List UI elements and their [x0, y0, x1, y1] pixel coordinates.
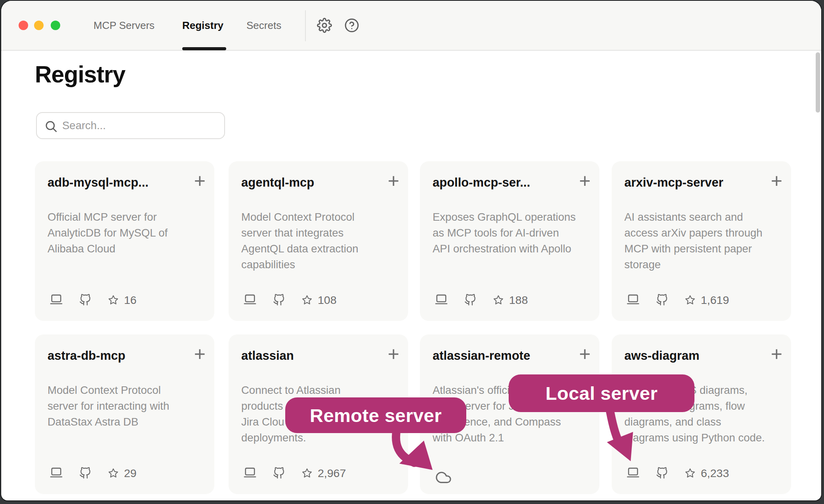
star-count: 2,967	[318, 467, 346, 480]
star-count: 188	[509, 294, 528, 307]
description-line: Connect to Atlassian	[241, 382, 341, 398]
github-icon	[79, 467, 91, 479]
server-name: apollo-mcp-ser...	[433, 176, 530, 190]
server-description: Model Context Protocol server for intera…	[48, 382, 169, 430]
server-meta: 1,619	[626, 292, 729, 308]
server-card-aws-diagram[interactable]: aws-diagram + Generate AWS diagrams, seq…	[612, 334, 791, 494]
star-icon	[108, 294, 119, 305]
description-line: Model Context Protocol	[48, 382, 169, 398]
server-name: astra-db-mcp	[48, 349, 125, 363]
tab-secrets[interactable]: Secrets	[246, 19, 281, 32]
minimize-window-button[interactable]	[34, 21, 44, 30]
toolbar: MCP Servers Registry Secrets	[1, 1, 821, 51]
add-server-button[interactable]: +	[771, 171, 782, 191]
star-count: 6,233	[701, 467, 729, 480]
server-name: atlassian	[241, 349, 294, 363]
laptop-icon	[49, 466, 63, 480]
star-count: 16	[124, 294, 137, 307]
description-line: Model Context Protocol	[241, 209, 359, 225]
description-line: API orchestration with Apollo	[433, 241, 576, 257]
remote-server-badge-label: Remote server	[310, 405, 442, 426]
star-icon	[108, 468, 119, 479]
zoom-window-button[interactable]	[51, 21, 60, 30]
server-card-agentql[interactable]: agentql-mcp + Model Context Protocol ser…	[229, 161, 408, 321]
description-line: Official MCP server for	[48, 209, 168, 225]
toolbar-divider	[305, 10, 306, 41]
local-server-badge: Local server	[509, 374, 694, 412]
server-name: agentql-mcp	[241, 176, 314, 190]
local-server-badge-label: Local server	[546, 382, 658, 404]
laptop-icon	[243, 466, 257, 480]
server-card-arxiv[interactable]: arxiv-mcp-server + AI assistants search …	[612, 161, 791, 321]
description-line: Exposes GraphQL operations	[433, 209, 576, 225]
description-line: DataStax Astra DB	[48, 414, 169, 430]
tab-mcp-servers[interactable]: MCP Servers	[93, 19, 154, 32]
laptop-icon	[243, 293, 257, 307]
tab-registry[interactable]: Registry	[182, 19, 223, 32]
server-meta: 188	[434, 292, 528, 308]
github-icon	[656, 294, 668, 306]
description-line: Alibaba Cloud	[48, 241, 168, 257]
star-icon	[685, 468, 696, 479]
server-meta: 2,967	[243, 465, 346, 481]
github-icon	[656, 467, 668, 479]
gear-icon	[317, 28, 332, 34]
server-description: Exposes GraphQL operations as MCP tools …	[433, 209, 576, 257]
description-line: AnalyticDB for MySQL of	[48, 225, 168, 241]
description-line: MCP with persistent paper	[624, 241, 763, 257]
star-count: 108	[318, 294, 337, 307]
page-title: Registry	[35, 61, 125, 88]
github-icon	[273, 467, 285, 479]
github-icon	[273, 294, 285, 306]
server-meta	[434, 465, 452, 481]
active-tab-indicator	[182, 47, 226, 50]
add-server-button[interactable]: +	[388, 344, 399, 364]
star-count: 29	[124, 467, 137, 480]
search-input[interactable]	[62, 113, 221, 138]
close-window-button[interactable]	[19, 21, 28, 30]
server-card-astra-db[interactable]: astra-db-mcp + Model Context Protocol se…	[35, 334, 214, 494]
add-server-button[interactable]: +	[771, 344, 782, 364]
add-server-button[interactable]: +	[194, 344, 206, 364]
settings-button[interactable]	[317, 18, 332, 33]
description-line: capabilities	[241, 257, 359, 273]
add-server-button[interactable]: +	[579, 344, 591, 364]
add-server-button[interactable]: +	[579, 171, 591, 191]
server-description: Official MCP server for AnalyticDB for M…	[48, 209, 168, 257]
github-icon	[464, 294, 476, 306]
help-button[interactable]	[344, 18, 359, 33]
star-icon	[301, 294, 313, 305]
server-meta: 29	[49, 465, 137, 481]
server-card-apollo[interactable]: apollo-mcp-ser... + Exposes GraphQL oper…	[420, 161, 599, 321]
add-server-button[interactable]: +	[388, 171, 399, 191]
github-icon	[79, 294, 91, 306]
description-line: AgentQL data extraction	[241, 241, 359, 257]
laptop-icon	[49, 293, 63, 307]
add-server-button[interactable]: +	[194, 171, 206, 191]
description-line: server for interacting with	[48, 398, 169, 414]
description-line: diagrams, and class	[624, 414, 765, 430]
star-icon	[301, 468, 313, 479]
cloud-icon	[434, 469, 452, 485]
server-description: AI assistants search and access arXiv pa…	[624, 209, 763, 273]
server-card-adb-mysql[interactable]: adb-mysql-mcp... + Official MCP server f…	[35, 161, 214, 321]
server-name: atlassian-remote	[433, 349, 530, 363]
description-line: server that integrates	[241, 225, 359, 241]
laptop-icon	[434, 293, 448, 307]
star-count: 1,619	[701, 294, 729, 307]
description-line: access arXiv papers through	[624, 225, 763, 241]
help-circle-icon	[344, 28, 359, 34]
star-icon	[685, 294, 696, 305]
server-meta: 108	[243, 292, 337, 308]
description-line: storage	[624, 257, 763, 273]
laptop-icon	[626, 466, 640, 480]
server-meta: 16	[49, 292, 137, 308]
description-line: diagrams using Python code.	[624, 430, 765, 446]
laptop-icon	[626, 293, 640, 307]
description-line: as MCP tools for AI-driven	[433, 225, 576, 241]
vertical-scrollbar-thumb[interactable]	[816, 52, 820, 113]
server-name: aws-diagram	[624, 349, 700, 363]
search-icon	[44, 120, 58, 133]
server-meta: 6,233	[626, 465, 729, 481]
server-name: arxiv-mcp-server	[624, 176, 723, 190]
